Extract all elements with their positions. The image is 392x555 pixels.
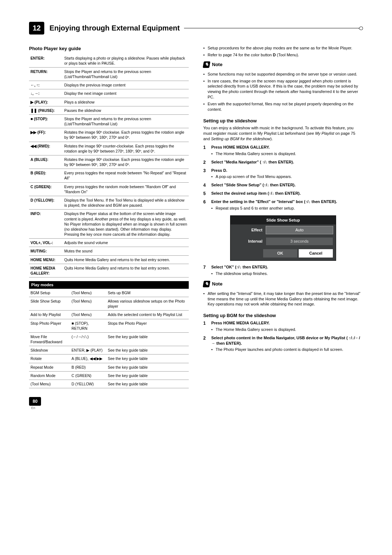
table-row: (Tool Menu)D (YELLOW)See the key guide t…	[29, 380, 189, 388]
mode-name: Slide Show Setup	[29, 297, 70, 311]
mode-key: A (BLUE), ◀◀/▶▶	[70, 355, 106, 363]
slideshow-heading: Setting up the slideshow	[203, 118, 363, 124]
table-row: RETURN:Stops the Player and returns to t…	[29, 67, 189, 81]
key-desc: Displays the previous image content	[63, 81, 189, 89]
step-sub: The Photo Player launches and photo cont…	[211, 347, 363, 352]
list-item: Even with the supported format, files ma…	[203, 101, 363, 112]
key-name: ■ (STOP):	[29, 114, 63, 128]
key-desc: Mutes the sound	[63, 247, 189, 255]
key-name: D (YELLOW):	[29, 196, 63, 209]
table-row: INFO:Displays the Player status at the b…	[29, 210, 189, 239]
step-text: Select the desired setup item (↑/↓ then …	[211, 191, 301, 195]
key-desc: Every press toggles the repeat mode betw…	[63, 169, 189, 182]
mode-key: D (YELLOW)	[70, 380, 106, 388]
table-row: SlideshowENTER, ▶ (PLAY)See the key guid…	[29, 346, 189, 355]
mode-key: (←/→/↑/↓)	[70, 332, 106, 346]
key-desc: Starts displaying a photo or playing a s…	[63, 54, 189, 68]
table-row: C (GREEN):Every press toggles the random…	[29, 182, 189, 196]
setup-row-value[interactable]: Auto	[266, 226, 333, 234]
mode-name: Stop Photo Player	[29, 319, 70, 332]
setup-box-title: Slide Show Setup	[230, 216, 336, 225]
table-row: Stop Photo Player■ (STOP), RETURNStops t…	[29, 319, 189, 332]
mode-desc: See the key guide table	[106, 355, 189, 363]
mode-desc: See the key guide table	[106, 371, 189, 380]
setup-buttons: OK Cancel	[230, 247, 336, 260]
table-row: ◀◀ (RWD):Rotates the image 90º counter-c…	[29, 142, 189, 155]
mode-name: Add to My Playlist	[29, 311, 70, 319]
mode-name: Slideshow	[29, 346, 70, 355]
note-1-bullets: Some functions may not be supported depe…	[203, 72, 363, 112]
setup-row: Interval3 seconds	[230, 236, 336, 247]
ok-button[interactable]: OK	[263, 249, 297, 258]
step-text: Press D.	[211, 168, 227, 173]
key-desc: Pauses the slideshow	[63, 106, 189, 114]
step-sub: The slideshow setup finishes.	[211, 271, 363, 276]
step-text: Select "Slide Show Setup" (↑/↓ then ENTE…	[211, 183, 295, 187]
step-sub: The Home Media Gallery screen is display…	[211, 151, 363, 157]
step-sub: Repeat steps 5 and 6 to enter another se…	[211, 206, 363, 211]
mode-name: Repeat Mode	[29, 363, 70, 371]
step-item: Select photo content in the Media Naviga…	[203, 335, 363, 353]
key-name: C (GREEN):	[29, 182, 63, 196]
slideshow-step-7: Select "OK" (↑/↓ then ENTER).The slidesh…	[203, 264, 363, 276]
list-item: Refer to page 74 for the color button D …	[203, 52, 363, 58]
top-bullets: Setup procedures for the above play mode…	[203, 45, 363, 58]
list-item: After setting the "Interval" time, it ma…	[203, 291, 363, 307]
key-name: ENTER:	[29, 54, 63, 68]
header-rule-end	[359, 25, 364, 31]
cancel-button[interactable]: Cancel	[299, 249, 333, 258]
table-row: HOME MENU:Quits Home Media Gallery and r…	[29, 255, 189, 264]
table-row: Repeat ModeB (RED)See the key guide tabl…	[29, 363, 189, 371]
key-name: VOL+, VOL-:	[29, 239, 63, 247]
step-text: Select "Media Navigator" ( ↑/↓ then ENTE…	[211, 160, 294, 164]
page-footer: 80 En	[29, 388, 363, 410]
key-desc: Displays the Tool Menu. If the Tool Menu…	[63, 196, 189, 209]
play-modes-header: Play modes	[29, 281, 189, 289]
left-column: Photo Player key guide ENTER:Starts disp…	[29, 45, 189, 388]
key-name: ↓, →:	[29, 89, 63, 98]
table-row: B (RED):Every press toggles the repeat m…	[29, 169, 189, 182]
key-desc: Adjusts the sound volume	[63, 239, 189, 247]
key-desc: Quits Home Media Gallery and returns to …	[63, 255, 189, 264]
mode-desc: Adds the selected content to My Playlist…	[106, 311, 189, 319]
mode-key: ■ (STOP), RETURN	[70, 319, 106, 332]
step-item: Press HOME MEDIA GALLERY.The Home Media …	[203, 320, 363, 332]
table-row: RotateA (BLUE), ◀◀/▶▶See the key guide t…	[29, 355, 189, 363]
key-name: B (RED):	[29, 169, 63, 182]
key-desc: Quits Home Media Gallery and returns to …	[63, 264, 189, 277]
step-text: Enter the setting in the "Effect" or "In…	[211, 199, 337, 204]
page-language: En	[31, 406, 363, 410]
setup-row-label: Effect	[233, 227, 266, 233]
step-item: Enter the setting in the "Effect" or "In…	[203, 199, 363, 211]
step-item: Select "OK" (↑/↓ then ENTER).The slidesh…	[203, 264, 363, 276]
mode-name: Rotate	[29, 355, 70, 363]
table-row: Slide Show Setup(Tool Menu)Allows variou…	[29, 297, 189, 311]
key-name: HOME MENU:	[29, 255, 63, 264]
table-row: ▶ (PLAY):Plays a slideshow	[29, 98, 189, 106]
mode-key: (Tool Menu)	[70, 297, 106, 311]
key-name: INFO:	[29, 210, 63, 239]
step-item: Select "Slide Show Setup" (↑/↓ then ENTE…	[203, 182, 363, 188]
key-desc: Display the next image content	[63, 89, 189, 98]
step-text: Select "OK" (↑/↓ then ENTER).	[211, 265, 268, 269]
step-item: Select the desired setup item (↑/↓ then …	[203, 191, 363, 196]
mode-desc: Stops the Photo Player	[106, 319, 189, 332]
step-text: Press HOME MEDIA GALLERY.	[211, 145, 270, 149]
setup-row-value[interactable]: 3 seconds	[266, 238, 333, 245]
chapter-title-wrap: Enjoying through External Equipment	[49, 23, 363, 33]
step-sub: A pop-up screen of the Tool Menu appears…	[211, 174, 363, 179]
slideshow-steps: Press HOME MEDIA GALLERY.The Home Media …	[203, 145, 363, 211]
mode-desc: Sets up BGM	[106, 289, 189, 297]
table-row: VOL+, VOL-:Adjusts the sound volume	[29, 239, 189, 247]
mode-key: C (GREEN)	[70, 371, 106, 380]
mode-key: (Tool Menu)	[70, 311, 106, 319]
note-label: Note	[212, 61, 222, 68]
table-row: MUTING:Mutes the sound	[29, 247, 189, 255]
step-text: Select photo content in the Media Naviga…	[211, 336, 360, 345]
key-name: A (BLUE):	[29, 155, 63, 169]
step-item: Press HOME MEDIA GALLERY.The Home Media …	[203, 145, 363, 157]
table-row: BGM Setup(Tool Menu)Sets up BGM	[29, 289, 189, 297]
header-rule	[184, 28, 361, 28]
mode-key: (Tool Menu)	[70, 289, 106, 297]
table-row: A (BLUE):Rotates the image 90º clockwise…	[29, 155, 189, 169]
